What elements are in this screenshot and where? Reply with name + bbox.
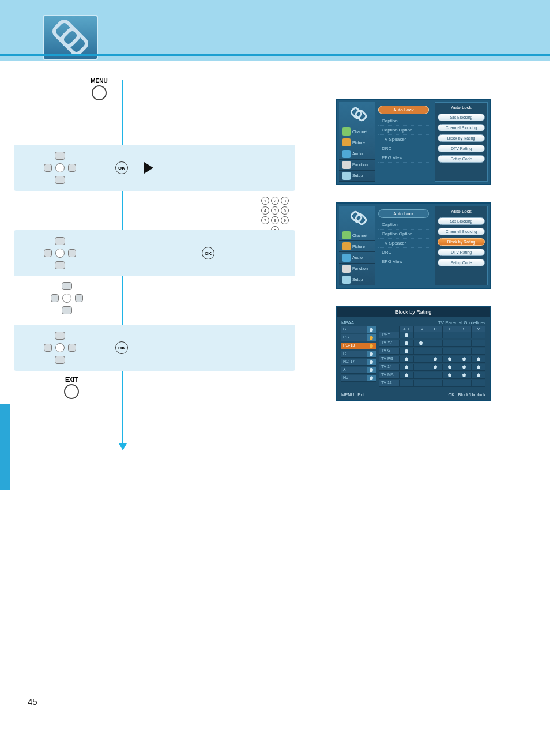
key-9[interactable]: 9: [281, 216, 289, 224]
sidebar-item-channel[interactable]: Channel: [339, 230, 375, 241]
key-4[interactable]: 4: [261, 206, 269, 215]
number-keypad[interactable]: 1 2 3 4 5 6 7 8 9 0: [259, 197, 291, 234]
lock-icon[interactable]: [367, 367, 376, 374]
sidebar-item-function[interactable]: Function: [339, 264, 375, 274]
rating-cell[interactable]: [442, 356, 457, 363]
lock-icon[interactable]: [367, 334, 376, 341]
tv-right-column: Auto Lock Set Blocking Channel Blocking …: [435, 102, 488, 182]
mid-item[interactable]: EPG View: [378, 257, 429, 266]
mpaa-row[interactable]: No: [341, 375, 367, 382]
tv-mid-column: Auto Lock Caption Caption Option TV Spea…: [378, 206, 429, 269]
rating-cell[interactable]: [413, 340, 428, 347]
sidebar-item-picture[interactable]: Picture: [339, 137, 375, 148]
option-dtv-rating[interactable]: DTV Rating: [438, 145, 485, 152]
sidebar-item-audio[interactable]: Audio: [339, 252, 375, 263]
key-8[interactable]: 8: [271, 216, 279, 224]
menu-button[interactable]: [92, 85, 107, 100]
dpad-control[interactable]: [51, 282, 83, 314]
key-6[interactable]: 6: [281, 206, 289, 215]
option-block-by-rating[interactable]: Block by Rating: [438, 134, 485, 142]
rating-cell[interactable]: [442, 372, 457, 379]
tv-row[interactable]: TV-G: [379, 348, 399, 355]
rating-cell[interactable]: [399, 372, 413, 379]
option-setup-code[interactable]: Setup Code: [438, 155, 485, 163]
tv-row[interactable]: TV-MA: [379, 372, 399, 379]
mid-item[interactable]: Caption Option: [378, 230, 429, 239]
rating-cell[interactable]: [457, 364, 471, 371]
mid-item[interactable]: TV Speaker: [378, 239, 429, 248]
lock-icon[interactable]: [367, 359, 376, 366]
lock-icon[interactable]: [367, 343, 376, 349]
rating-cell[interactable]: [457, 372, 471, 379]
key-5[interactable]: 5: [271, 206, 279, 215]
sidebar-item-channel[interactable]: Channel: [339, 126, 375, 137]
mpaa-row[interactable]: PG: [341, 334, 367, 341]
sidebar-item-function[interactable]: Function: [339, 160, 375, 171]
lock-icon[interactable]: [367, 351, 376, 358]
mpaa-row[interactable]: R: [341, 351, 367, 358]
dpad-control[interactable]: [44, 332, 76, 364]
option-channel-blocking[interactable]: Channel Blocking: [438, 228, 485, 235]
option-channel-blocking[interactable]: Channel Blocking: [438, 124, 485, 131]
dpad-control[interactable]: [44, 152, 76, 184]
mpaa-row-selected[interactable]: PG-13: [341, 343, 367, 349]
ok-button[interactable]: OK: [202, 247, 214, 259]
footer-ok-block: OK : Block/Unblock: [448, 392, 485, 397]
mid-item[interactable]: Caption: [378, 220, 429, 230]
tv-row[interactable]: TV-13: [379, 380, 399, 387]
mid-item[interactable]: Caption: [378, 116, 429, 126]
mpaa-row[interactable]: NC-17: [341, 359, 367, 366]
rating-cell[interactable]: [471, 356, 485, 363]
rating-cell[interactable]: [399, 348, 413, 355]
rating-cell[interactable]: [399, 356, 413, 363]
chain-icon: [55, 23, 85, 52]
sidebar-item-setup[interactable]: Setup: [339, 274, 375, 285]
header-rule: [0, 54, 550, 56]
rating-cell[interactable]: [442, 364, 457, 371]
rating-cell[interactable]: [471, 364, 485, 371]
mid-item[interactable]: Caption Option: [378, 126, 429, 135]
mid-item[interactable]: DRC: [378, 144, 429, 153]
rating-cell[interactable]: [399, 340, 413, 347]
sidebar-logo: [339, 102, 375, 126]
sidebar-item-setup[interactable]: Setup: [339, 171, 375, 182]
mid-header[interactable]: Auto Lock: [378, 209, 429, 218]
tv-row[interactable]: TV-PG: [379, 356, 399, 363]
mid-item[interactable]: DRC: [378, 248, 429, 257]
dpad-control[interactable]: [44, 237, 76, 269]
rating-cell[interactable]: [399, 332, 413, 338]
tv-row[interactable]: TV-Y: [379, 332, 399, 338]
rating-cell[interactable]: [399, 364, 413, 371]
mid-item[interactable]: TV Speaker: [378, 135, 429, 144]
rating-cell[interactable]: [471, 372, 485, 379]
exit-button[interactable]: [64, 384, 79, 399]
rating-cell[interactable]: [428, 364, 442, 371]
lock-icon[interactable]: [367, 326, 376, 333]
option-setup-code[interactable]: Setup Code: [438, 259, 485, 266]
key-7[interactable]: 7: [261, 216, 269, 224]
key-3[interactable]: 3: [281, 197, 289, 205]
sidebar-logo: [339, 206, 375, 230]
mpaa-row[interactable]: X: [341, 367, 367, 374]
option-block-by-rating[interactable]: Block by Rating: [438, 238, 485, 246]
tv-row[interactable]: TV-Y7: [379, 340, 399, 347]
sidebar-item-picture[interactable]: Picture: [339, 241, 375, 252]
rating-cell[interactable]: [428, 356, 442, 363]
mpaa-row[interactable]: G: [341, 326, 367, 333]
mid-header[interactable]: Auto Lock: [378, 106, 429, 114]
mid-item[interactable]: EPG View: [378, 153, 429, 163]
ok-button[interactable]: OK: [115, 341, 128, 354]
option-set-blocking[interactable]: Set Blocking: [438, 217, 485, 225]
option-dtv-rating[interactable]: DTV Rating: [438, 249, 485, 256]
rating-cell[interactable]: [457, 356, 471, 363]
tv-screen-2: Channel Picture Audio Function Setup Aut…: [336, 202, 491, 289]
menu-label: MENU: [53, 78, 145, 84]
tv-mid-column: Auto Lock Caption Caption Option TV Spea…: [378, 102, 429, 165]
option-set-blocking[interactable]: Set Blocking: [438, 114, 485, 121]
lock-icon[interactable]: [367, 375, 376, 382]
ok-button[interactable]: OK: [115, 161, 128, 174]
sidebar-item-audio[interactable]: Audio: [339, 148, 375, 159]
key-2[interactable]: 2: [271, 197, 279, 205]
tv-row[interactable]: TV-14: [379, 364, 399, 371]
key-1[interactable]: 1: [261, 197, 269, 205]
